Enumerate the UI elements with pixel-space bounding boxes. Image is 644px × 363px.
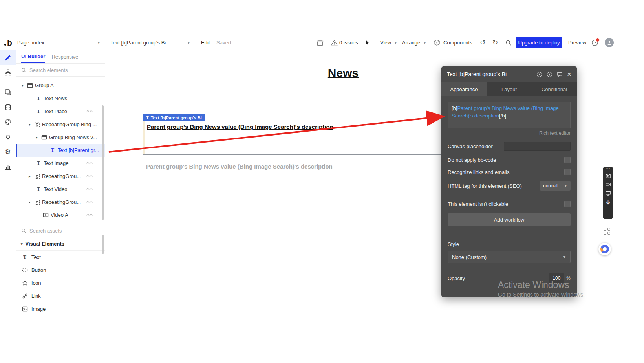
- bubble-logo[interactable]: b: [4, 35, 12, 50]
- edit-mode-label[interactable]: Edit: [201, 35, 210, 50]
- run-play-icon[interactable]: [536, 72, 542, 77]
- capture-window-icon[interactable]: [606, 191, 611, 196]
- caret-down-icon[interactable]: ▾: [22, 84, 27, 88]
- tab-responsive[interactable]: Responsive: [51, 50, 78, 63]
- style-select[interactable]: None (Custom) ▼: [448, 251, 571, 263]
- dynamic-data-icon: [86, 213, 93, 217]
- tree-scrollbar[interactable]: [102, 105, 104, 220]
- chevron-down-icon: ▼: [394, 41, 397, 45]
- data-database-icon[interactable]: [0, 99, 16, 114]
- html-tag-select[interactable]: normal ▼: [540, 181, 571, 191]
- tab-conditional[interactable]: Conditional: [532, 82, 577, 96]
- page-selector-dropdown[interactable]: Page: index ▼: [17, 35, 101, 50]
- palette-scrollbar[interactable]: [102, 235, 104, 254]
- workflow-sitemap-icon[interactable]: [0, 65, 16, 80]
- gift-icon[interactable]: [317, 35, 324, 50]
- styles-palette-icon[interactable]: [0, 114, 16, 129]
- property-editor: Text [b]Parent group's Bi ✕ Appearance L…: [441, 66, 577, 297]
- palette-item-text[interactable]: T Text: [16, 251, 105, 264]
- tree-item-repeatinggroup-3[interactable]: ▾ RepeatingGrou...: [16, 196, 105, 209]
- info-icon[interactable]: [547, 72, 553, 77]
- more-options-icon[interactable]: •••: [606, 168, 610, 170]
- assistant-logo-icon[interactable]: [598, 243, 611, 255]
- record-video-icon[interactable]: [606, 182, 611, 187]
- usage-pie-icon[interactable]: [591, 35, 598, 50]
- dynamic-data-icon: [86, 187, 93, 191]
- palette-item-button[interactable]: Button: [16, 264, 105, 277]
- arrange-menu[interactable]: Arrange▼: [402, 35, 426, 50]
- close-icon[interactable]: ✕: [567, 72, 571, 77]
- design-tab-pencil-icon[interactable]: [0, 50, 16, 65]
- add-workflow-button[interactable]: Add workflow: [448, 213, 571, 226]
- selected-element-tag[interactable]: T Text [b]Parent group's Bi: [143, 114, 205, 121]
- tree-item-text-image[interactable]: T Text Image: [16, 157, 105, 170]
- upgrade-to-deploy-button[interactable]: Upgrade to deploy: [516, 37, 562, 48]
- palette-item-link[interactable]: Link: [16, 290, 105, 302]
- tree-item-text-news[interactable]: T Text News: [16, 92, 105, 105]
- user-avatar[interactable]: [605, 35, 614, 50]
- pages-cards-icon[interactable]: [0, 84, 16, 99]
- chevron-down-icon: ▼: [97, 41, 101, 45]
- tree-item-text-place[interactable]: T Text Place: [16, 105, 105, 118]
- bb-code-label: Do not apply bb-code: [448, 157, 496, 163]
- html-tag-label: HTML tag for this element (SEO): [448, 183, 522, 189]
- tab-appearance[interactable]: Appearance: [441, 82, 487, 96]
- tree-item-label: Text News: [44, 95, 67, 101]
- caret-down-icon[interactable]: ▾: [29, 123, 34, 126]
- rich-text-editor-link[interactable]: Rich text editor: [448, 130, 571, 136]
- tree-item-text-parent-selected[interactable]: T Text [b]Parent gr...: [16, 144, 105, 157]
- caret-down-icon[interactable]: ▾: [36, 136, 41, 139]
- element-tree: ▾ Group A T Text News T Text Place ▾ Rep…: [16, 77, 105, 222]
- bb-code-checkbox[interactable]: [564, 157, 571, 163]
- search-assets-input[interactable]: Search assets: [16, 224, 105, 237]
- cursor-tool-icon[interactable]: [364, 35, 370, 50]
- undo-icon[interactable]: ↺: [480, 35, 485, 50]
- logs-chart-icon[interactable]: [0, 159, 16, 174]
- dynamic-data-icon: [86, 200, 93, 204]
- palette-item-image[interactable]: Image: [16, 302, 105, 315]
- settings-gear-icon[interactable]: ⚙: [0, 144, 16, 159]
- screenshot-camera-icon[interactable]: [606, 173, 611, 179]
- element-selector-dropdown[interactable]: Text [b]Parent group's Bi ▼: [110, 35, 190, 50]
- plugins-plug-icon[interactable]: [0, 129, 16, 144]
- left-icon-rail: ⚙: [0, 50, 16, 312]
- palette-item-icon[interactable]: Icon: [16, 277, 105, 290]
- tab-ui-builder[interactable]: UI Builder: [21, 50, 45, 63]
- saved-status: Saved: [216, 35, 231, 50]
- components-button[interactable]: Components: [434, 35, 472, 50]
- capture-settings-gear-icon[interactable]: ⚙: [606, 199, 611, 205]
- rich-text-content-editor[interactable]: [b]Parent group's Bing News value (Bing …: [448, 102, 571, 128]
- caret-right-icon[interactable]: ▸: [29, 174, 34, 178]
- opacity-input[interactable]: [549, 273, 564, 283]
- tree-item-repeatinggroup-bing[interactable]: ▾ RepeatingGroup Bing ...: [16, 118, 105, 131]
- apps-grid-icon[interactable]: [604, 228, 611, 235]
- group-icon: [27, 82, 33, 89]
- style-label: Style: [448, 241, 571, 247]
- tree-item-label: Group Bing News v...: [49, 134, 97, 140]
- tree-item-label: Text Video: [44, 186, 67, 192]
- visual-elements-header[interactable]: ▾ Visual Elements: [16, 237, 105, 251]
- tree-item-group-a[interactable]: ▾ Group A: [16, 79, 105, 92]
- search-icon[interactable]: [505, 35, 512, 50]
- canvas-placeholder-input[interactable]: [504, 142, 571, 151]
- tab-layout[interactable]: Layout: [487, 82, 532, 96]
- issues-counter[interactable]: 0 issues: [339, 35, 358, 50]
- preview-button[interactable]: Preview: [568, 35, 586, 50]
- tree-item-video-a[interactable]: Video A: [16, 209, 105, 222]
- element-selector-label: Text [b]Parent group's Bi: [110, 40, 166, 46]
- view-menu[interactable]: View▼: [380, 35, 397, 50]
- image-icon: [22, 306, 28, 312]
- tree-item-repeatinggroup-2[interactable]: ▸ RepeatingGrou...: [16, 170, 105, 183]
- toolbar-separator: [429, 35, 429, 50]
- property-editor-header[interactable]: Text [b]Parent group's Bi ✕: [441, 66, 577, 82]
- tree-item-text-video[interactable]: T Text Video: [16, 183, 105, 196]
- search-elements-input[interactable]: Search elements: [16, 64, 105, 77]
- redo-icon[interactable]: ↻: [492, 35, 498, 50]
- not-clickable-checkbox[interactable]: [564, 201, 571, 207]
- caret-down-icon[interactable]: ▾: [29, 200, 34, 204]
- comment-icon[interactable]: [557, 72, 563, 77]
- tree-item-label: Text [b]Parent gr...: [58, 147, 99, 153]
- recognize-links-checkbox[interactable]: [564, 169, 571, 175]
- tree-item-group-bing-news[interactable]: ▾ Group Bing News v...: [16, 131, 105, 144]
- selected-text-element[interactable]: Parent group's Bing News value (Bing Ima…: [143, 121, 442, 155]
